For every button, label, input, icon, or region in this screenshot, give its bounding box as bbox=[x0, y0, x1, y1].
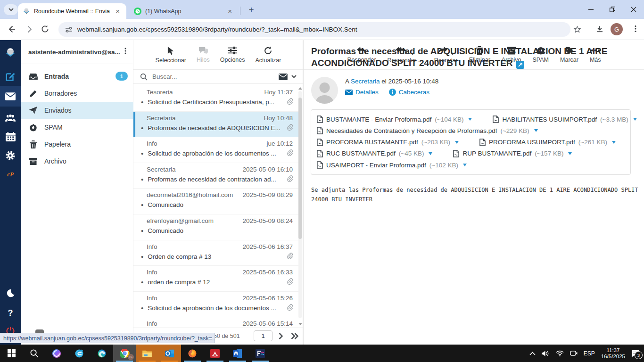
tray-expand-icon[interactable] bbox=[529, 352, 536, 355]
browser-profile-avatar[interactable]: G bbox=[611, 23, 623, 35]
search-input[interactable] bbox=[151, 73, 275, 81]
attachment-menu-caret-icon[interactable] bbox=[468, 118, 472, 121]
site-settings-icon[interactable] bbox=[65, 26, 73, 33]
outlook-icon[interactable] bbox=[158, 345, 181, 362]
edge-icon[interactable] bbox=[91, 345, 113, 362]
clock[interactable]: 11:37 16/5/2025 bbox=[601, 347, 625, 360]
volume-icon[interactable] bbox=[542, 350, 550, 357]
file-explorer-icon[interactable] bbox=[136, 345, 158, 362]
sidebar-item-archivo[interactable]: Archivo bbox=[21, 153, 133, 170]
dark-mode-moon-icon[interactable] bbox=[0, 285, 21, 301]
help-icon[interactable]: ? bbox=[0, 305, 21, 321]
attachment[interactable]: RUC BUSTAMANTE.pdf (~45 KB) bbox=[317, 150, 432, 157]
bookmark-star-icon[interactable] bbox=[573, 25, 581, 33]
attachment-menu-caret-icon[interactable] bbox=[612, 141, 616, 144]
browser-menu-icon[interactable] bbox=[631, 25, 640, 33]
attachment-menu-caret-icon[interactable] bbox=[429, 152, 432, 155]
notification-count: 3 bbox=[635, 351, 643, 359]
scrollbar-thumb[interactable] bbox=[298, 98, 302, 239]
language-indicator[interactable]: ESP bbox=[584, 350, 595, 357]
reload-button[interactable] bbox=[41, 25, 50, 33]
attachment[interactable]: RUP BUSTAMANTE.pdf (~157 KB) bbox=[453, 150, 572, 157]
forward-button[interactable] bbox=[25, 25, 34, 34]
acrobat-icon[interactable] bbox=[204, 345, 226, 362]
options-button[interactable]: Opciones bbox=[220, 46, 245, 63]
attachment-menu-caret-icon[interactable] bbox=[534, 129, 538, 132]
sidebar-item-papelera[interactable]: Papelera bbox=[21, 136, 133, 153]
tab-roundcube[interactable]: Roundcube Webmail :: Enviados × bbox=[18, 3, 126, 19]
settings-gear-icon[interactable] bbox=[0, 148, 21, 164]
recipient-link[interactable]: Secretaria bbox=[351, 78, 380, 85]
back-button[interactable] bbox=[7, 25, 16, 34]
tab-whatsapp[interactable]: (1) WhatsApp × bbox=[129, 3, 239, 19]
sidebar-item-label: Entrada bbox=[44, 73, 69, 80]
chrome-taskbar-icon[interactable]: G bbox=[113, 345, 136, 362]
new-tab-button[interactable]: + bbox=[245, 5, 257, 15]
tab-close-icon[interactable]: × bbox=[226, 7, 234, 16]
window-restore-button[interactable] bbox=[602, 0, 623, 19]
refresh-button[interactable]: Actualizar bbox=[256, 46, 281, 64]
attachment[interactable]: Necesidades de Contratación y Recepción … bbox=[317, 127, 538, 134]
message-row-selected[interactable]: SecretariaHoy 10:48 •Proformas de necesi… bbox=[133, 112, 299, 138]
message-row[interactable]: Info2025-05-06 16:33 •orden de compra # … bbox=[133, 266, 299, 292]
attachment[interactable]: PROFORMA USUIMPORT.pdf (~261 KB) bbox=[479, 139, 616, 146]
next-page-icon[interactable] bbox=[279, 333, 283, 339]
list-scrollbar[interactable] bbox=[298, 87, 302, 325]
attachment-menu-caret-icon[interactable] bbox=[455, 141, 459, 144]
contacts-icon[interactable] bbox=[0, 110, 21, 126]
mail-icon[interactable] bbox=[0, 86, 21, 107]
message-row[interactable]: Info2025-05-06 15:26 •Solicitud de aprob… bbox=[133, 292, 299, 318]
window-close-button[interactable] bbox=[623, 0, 644, 19]
attachment-menu-caret-icon[interactable] bbox=[463, 164, 467, 166]
details-toggle[interactable]: Detalles bbox=[345, 89, 379, 96]
roundcube-logo[interactable] bbox=[0, 45, 21, 61]
tab-search-button[interactable] bbox=[4, 4, 18, 15]
open-in-new-window-icon[interactable] bbox=[516, 61, 524, 69]
search-scope-mail-icon[interactable] bbox=[279, 74, 288, 80]
page-number-input[interactable] bbox=[254, 330, 272, 341]
copilot-icon[interactable] bbox=[45, 345, 68, 362]
address-bar[interactable]: webmail.sanjuan.gob.ec/cpsess5925319890/… bbox=[58, 22, 570, 37]
start-button[interactable] bbox=[0, 345, 23, 362]
wifi-icon[interactable] bbox=[556, 350, 564, 356]
attachment[interactable]: PROFORMA BUSTAMANTE.pdf (~203 KB) bbox=[317, 139, 459, 146]
sidebar-item-spam[interactable]: SPAM bbox=[21, 119, 133, 136]
message-row[interactable]: Secretaria2025-05-09 16:10 •Proformas de… bbox=[133, 163, 299, 189]
select-button[interactable]: Seleccionar bbox=[156, 46, 186, 64]
f-app-icon[interactable] bbox=[249, 345, 272, 362]
scroll-up-arrow[interactable] bbox=[298, 87, 302, 90]
headers-toggle[interactable]: Cabeceras bbox=[389, 89, 429, 96]
cpanel-icon[interactable]: cP bbox=[0, 166, 21, 182]
attachment-menu-caret-icon[interactable] bbox=[568, 152, 572, 155]
sidebar-item-borradores[interactable]: Borradores bbox=[21, 85, 133, 102]
window-minimize-button[interactable] bbox=[580, 0, 602, 19]
last-page-icon[interactable] bbox=[291, 333, 298, 339]
message-row[interactable]: Infojue 10:12 •Solicitud de aprobación d… bbox=[133, 137, 299, 163]
taskbar-search-icon[interactable] bbox=[23, 345, 45, 362]
message-row[interactable]: Info2025-05-06 15:14 bbox=[133, 317, 299, 328]
search-options-chevron-icon[interactable] bbox=[291, 75, 297, 78]
attachment[interactable]: BUSTAMANTE - Enviar Proforma.pdf (~104 K… bbox=[317, 115, 472, 123]
message-row[interactable]: TesoreriaHoy 11:37 •Solicitud de Certifi… bbox=[133, 86, 299, 112]
message-row[interactable]: Info2025-05-06 16:37 •Orden de compra # … bbox=[133, 240, 299, 266]
scroll-down-arrow[interactable] bbox=[298, 323, 302, 325]
firefox-icon[interactable] bbox=[181, 345, 204, 362]
calendar-icon[interactable] bbox=[0, 129, 21, 145]
tab-close-icon[interactable]: × bbox=[114, 7, 122, 16]
internet-explorer-icon[interactable] bbox=[68, 345, 91, 362]
compose-icon[interactable] bbox=[0, 68, 21, 84]
account-menu-icon[interactable] bbox=[122, 47, 129, 55]
attachment[interactable]: HABILITANTES USUIMPORT.pdf (~3.3 MB) bbox=[493, 115, 636, 123]
attachment[interactable]: USAIMPORT - Enviar Proforma.pdf (~102 KB… bbox=[317, 161, 467, 169]
meet-now-camera-icon[interactable] bbox=[570, 350, 578, 356]
notification-center-icon[interactable]: 3 bbox=[631, 350, 639, 357]
sidebar-item-enviados[interactable]: Enviados bbox=[21, 102, 133, 119]
fire-icon bbox=[28, 123, 38, 132]
message-row[interactable]: efrenfoyain@gmail.com2025-05-09 08:24 •C… bbox=[133, 214, 299, 240]
word-icon[interactable] bbox=[226, 345, 249, 362]
attachment-menu-caret-icon[interactable] bbox=[633, 118, 637, 121]
sidebar-item-entrada[interactable]: Entrada 1 bbox=[21, 68, 133, 85]
attachments-box: BUSTAMANTE - Enviar Proforma.pdf (~104 K… bbox=[311, 109, 631, 175]
message-row[interactable]: decormetal2016@hotmail.com2025-05-09 08:… bbox=[133, 189, 299, 214]
download-icon[interactable] bbox=[595, 25, 604, 33]
